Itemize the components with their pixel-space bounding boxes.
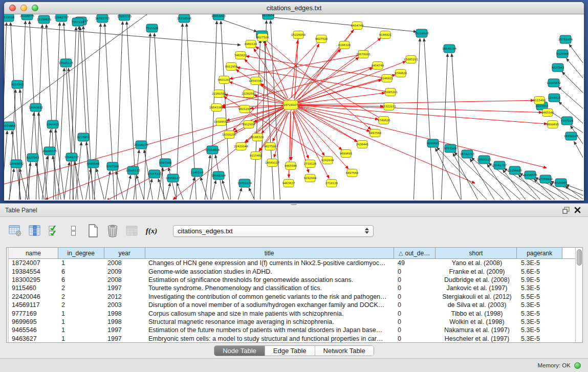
zoom-window-button[interactable] <box>32 5 38 11</box>
graph-node[interactable]: 12093832 <box>9 160 24 168</box>
graph-node[interactable]: 9329966 <box>556 50 569 58</box>
graph-node[interactable]: 18724007 <box>284 100 298 110</box>
table-row[interactable]: 977716911998Corpus callosum shape and si… <box>9 309 575 317</box>
graph-node[interactable]: 9465546 <box>87 160 100 168</box>
graph-node[interactable]: 18543362 <box>209 104 224 112</box>
graph-node[interactable]: 8813054 <box>262 14 275 19</box>
graph-node[interactable]: 9227343 <box>27 154 39 162</box>
graph-node[interactable]: 22260581 <box>212 90 226 98</box>
graph-node[interactable]: 15226058 <box>291 31 306 39</box>
graph-node[interactable]: 16782753 <box>95 14 110 23</box>
graph-node[interactable]: 9699695 <box>427 139 440 147</box>
graph-node[interactable]: 9329966 <box>4 122 16 130</box>
float-panel-icon[interactable] <box>560 206 572 215</box>
column-header-name[interactable]: name <box>9 248 58 258</box>
table-column-select-icon[interactable] <box>28 224 42 238</box>
graph-node[interactable]: 17359924 <box>205 146 220 154</box>
tab-network-table[interactable]: Network Table <box>315 346 374 356</box>
graph-node[interactable]: 9777169 <box>444 144 457 152</box>
graph-node[interactable]: 2436441 <box>356 141 369 148</box>
graph-node[interactable]: 9242844 <box>321 157 334 164</box>
tab-node-table[interactable]: Node Table <box>214 346 265 356</box>
graph-node[interactable]: 13505115 <box>126 166 140 174</box>
column-header-pagerank[interactable]: pagerank <box>517 248 562 258</box>
close-panel-icon[interactable] <box>572 206 583 215</box>
graph-node[interactable]: 6497568 <box>369 129 382 137</box>
column-header-out_de[interactable]: △out_de… <box>394 248 435 258</box>
graph-node[interactable]: 8960128 <box>245 40 257 48</box>
vertical-scrollbar[interactable] <box>575 248 582 342</box>
graph-node[interactable]: 9242844 <box>304 174 317 182</box>
graph-node[interactable]: 20206576 <box>134 141 148 149</box>
graph-node[interactable]: 9827508 <box>256 34 269 41</box>
graph-node[interactable]: 9827508 <box>264 143 277 150</box>
graph-node[interactable]: 9465546 <box>541 109 554 117</box>
graph-node[interactable]: 9397588 <box>159 159 172 167</box>
table-row[interactable]: 2242004622012Investigating the contribut… <box>9 293 575 301</box>
table-row[interactable]: 1872400712008Changes of HCN gene express… <box>9 259 575 267</box>
graph-node[interactable]: 16648784 <box>211 171 226 180</box>
graph-node[interactable]: 11156829 <box>37 15 51 24</box>
table-row[interactable]: 946362711997Embryonic stem cells: a mode… <box>9 335 575 342</box>
network-selector[interactable]: citations_edges.txt <box>173 225 374 237</box>
graph-node[interactable]: 16053803 <box>211 14 226 20</box>
close-window-button[interactable] <box>9 5 16 11</box>
graph-node[interactable]: 9465546 <box>285 162 297 170</box>
window-titlebar[interactable]: citations_edges.txt <box>4 2 584 14</box>
table-row[interactable]: 969969511998Structural magnetic resonanc… <box>9 318 575 326</box>
graph-node[interactable]: 7357224 <box>561 117 574 125</box>
minimize-window-button[interactable] <box>20 5 27 11</box>
graph-node[interactable]: 8454749 <box>372 62 384 70</box>
graph-node[interactable]: 9115460 <box>533 97 546 104</box>
graph-node[interactable]: 7515526 <box>4 14 15 21</box>
graph-node[interactable]: 12093832 <box>547 79 561 87</box>
table-row[interactable]: 911546021997Tourette syndrome. Phenomeno… <box>9 284 575 292</box>
panel-drag-notch[interactable] <box>291 203 297 205</box>
graph-node[interactable]: 17957223 <box>147 170 162 178</box>
select-all-rows-icon[interactable] <box>47 224 61 238</box>
table-row[interactable]: 1938455462009Genome-wide association stu… <box>9 267 575 275</box>
graph-node[interactable]: 6497568 <box>346 169 359 177</box>
graph-node[interactable]: 20206576 <box>523 171 537 179</box>
graph-node[interactable]: 16958107 <box>166 174 180 182</box>
table-row[interactable]: 1456911722003Disruption of a novel membe… <box>9 301 575 309</box>
graph-node[interactable]: 9463627 <box>282 180 295 187</box>
graph-node[interactable]: 9227343 <box>552 63 564 72</box>
graph-node[interactable]: 15885201 <box>383 89 398 96</box>
tab-edge-table[interactable]: Edge Table <box>265 346 315 356</box>
graph-node[interactable]: 8454749 <box>351 22 364 30</box>
table-settings-icon[interactable] <box>8 224 23 238</box>
graph-node[interactable]: 8186328 <box>338 41 351 49</box>
graph-node[interactable]: 9827508 <box>315 35 328 43</box>
graph-node[interactable]: 7515526 <box>146 24 159 32</box>
graph-node[interactable]: 9146821 <box>381 75 394 82</box>
graph-node[interactable]: 19384554 <box>214 118 228 126</box>
graph-node[interactable]: 9601281 <box>238 105 251 113</box>
graph-node[interactable]: 2718126 <box>325 180 338 187</box>
column-header-year[interactable]: year <box>104 248 145 258</box>
table-row[interactable]: 946554611997Estimation of the future num… <box>9 326 575 334</box>
graph-node[interactable]: 9699695 <box>340 150 353 158</box>
graph-node[interactable]: 16648784 <box>442 45 456 53</box>
graph-node[interactable]: 15751074 <box>558 35 573 43</box>
graph-node[interactable]: 28676081 <box>356 51 371 58</box>
graph-node[interactable]: 15885201 <box>404 56 418 63</box>
column-header-title[interactable]: title <box>145 248 394 258</box>
graph-node[interactable]: 17359924 <box>538 175 553 183</box>
graph-node[interactable]: 12093832 <box>29 103 43 112</box>
new-document-icon[interactable] <box>86 224 100 238</box>
graph-node[interactable]: 13942757 <box>64 153 79 161</box>
graph-node[interactable]: 11156829 <box>508 166 522 174</box>
unselect-rows-icon[interactable] <box>67 224 81 238</box>
graph-node[interactable]: 13942757 <box>54 14 69 21</box>
graph-node[interactable]: 9329966 <box>555 179 568 187</box>
graph-node[interactable]: 1244415 <box>47 120 59 128</box>
graph-node[interactable]: 13505115 <box>477 156 491 164</box>
network-view-canvas[interactable]: 7515526202065761115682913942757169581071… <box>4 14 583 200</box>
table-row[interactable]: 1830029562008Estimation of significance … <box>9 276 575 284</box>
graph-node[interactable]: 8186328 <box>251 134 264 141</box>
graph-node[interactable]: 15218506 <box>415 29 429 37</box>
graph-node[interactable]: 7463822 <box>234 52 247 59</box>
graph-node[interactable]: 9397588 <box>106 162 119 170</box>
graph-node[interactable]: 18543362 <box>249 77 263 85</box>
